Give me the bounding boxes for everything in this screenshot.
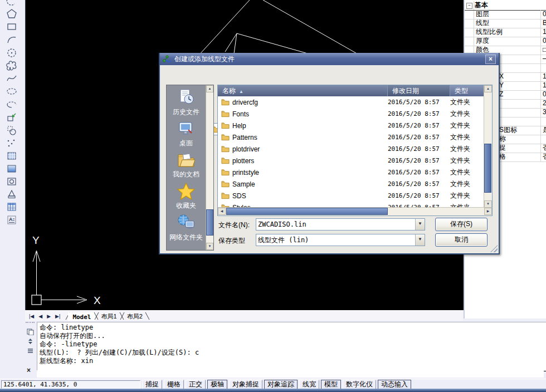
status-otrack[interactable]: 对象追踪 xyxy=(264,380,298,389)
scroll-right-icon[interactable]: ▶ xyxy=(484,208,492,215)
file-row[interactable]: printstyle2016/5/20 8:57文件夹 xyxy=(218,166,484,178)
prop-row[interactable]: 厚度0 xyxy=(465,37,546,46)
status-lineweight[interactable]: 线宽 xyxy=(299,380,319,389)
folder-icon xyxy=(221,145,230,153)
combo-dropdown-icon[interactable]: ▼ xyxy=(415,219,425,230)
filename-combo[interactable]: ZWCADISO.lin ▼ xyxy=(256,218,425,231)
column-type[interactable]: 类型 xyxy=(450,85,484,96)
gradient-icon[interactable] xyxy=(5,163,18,175)
filename-label: 文件名(N): xyxy=(218,220,250,230)
status-osnap[interactable]: 对象捕捉 xyxy=(229,380,262,389)
tab-layout1[interactable]: 布局1 xyxy=(97,311,121,321)
tab-model[interactable]: Model xyxy=(68,312,95,321)
prop-row[interactable]: 线型比例1 xyxy=(465,28,546,37)
prop-row[interactable]: 线型B xyxy=(465,19,546,28)
column-name[interactable]: 名称▲ xyxy=(218,85,388,96)
linetype-dialog-icon xyxy=(163,55,171,63)
command-history-icon[interactable] xyxy=(26,327,35,336)
folder-icon xyxy=(221,157,230,164)
save-button[interactable]: 保存(S) xyxy=(435,218,488,231)
place-my-documents[interactable]: 我的文档 xyxy=(167,151,206,179)
props-group-basic[interactable]: − 基本 xyxy=(465,1,546,11)
place-history[interactable]: 历史文件 xyxy=(167,89,206,117)
point-icon[interactable] xyxy=(5,137,18,149)
hatch-icon[interactable] xyxy=(5,150,18,162)
place-desktop[interactable]: 桌面 xyxy=(167,120,206,148)
status-digitizer[interactable]: 数字化仪 xyxy=(343,380,376,389)
status-grid[interactable]: 栅格 xyxy=(164,380,184,389)
region-icon[interactable] xyxy=(5,175,18,188)
dialog-resize-grip[interactable] xyxy=(490,245,498,252)
file-row[interactable]: plotdriver2016/5/20 8:57文件夹 xyxy=(218,143,484,155)
place-favorites[interactable]: 收藏夹 xyxy=(167,182,206,210)
table-icon[interactable] xyxy=(5,201,18,213)
command-history[interactable]: 命令: linetype 自动保存打开的图... 命令: -linetype 线… xyxy=(37,322,546,371)
status-ortho[interactable]: 正交 xyxy=(186,380,206,389)
command-window: × 命令: linetype 自动保存打开的图... 命令: -linetype… xyxy=(0,321,546,379)
combo-dropdown-icon[interactable]: ▼ xyxy=(415,234,425,246)
list-vertical-scrollbar[interactable]: ▲ ▼ xyxy=(484,85,492,208)
scroll-up-icon[interactable]: ▲ xyxy=(206,85,213,92)
status-bar: 125.6401, 41.3635, 0 捕捉 栅格 正交 极轴 对象捕捉 对象… xyxy=(0,379,546,389)
command-close-icon[interactable]: × xyxy=(27,366,31,374)
tab-nav-last[interactable]: ▶| xyxy=(53,313,62,320)
status-snap[interactable]: 捕捉 xyxy=(142,380,162,389)
polygon-icon[interactable] xyxy=(5,8,18,20)
scroll-up-icon[interactable]: ▲ xyxy=(484,85,492,92)
circle-icon[interactable] xyxy=(5,47,18,59)
filetype-combo[interactable]: 线型文件 (lin) ▼ xyxy=(256,234,425,246)
column-date[interactable]: 修改日期 xyxy=(388,85,450,96)
arc-icon[interactable] xyxy=(5,33,18,46)
tab-nav-next[interactable]: ▶ xyxy=(45,313,52,320)
status-model[interactable]: 模型 xyxy=(321,380,341,389)
file-row[interactable]: drivercfg2016/5/20 8:57文件夹 xyxy=(218,96,484,108)
cancel-button[interactable]: 取消 xyxy=(435,233,488,247)
insert-block-icon[interactable] xyxy=(5,111,18,124)
make-block-icon[interactable] xyxy=(5,124,18,136)
arc-segment-icon[interactable] xyxy=(5,0,18,7)
dialog-titlebar[interactable]: 创建或添加线型文件 × xyxy=(160,53,499,65)
cone-icon[interactable] xyxy=(5,188,18,200)
status-polar[interactable]: 极轴 xyxy=(207,380,227,389)
revision-cloud-icon[interactable] xyxy=(5,60,18,72)
places-sidebar: 历史文件 桌面 我的文档 收藏夹 网络文件夹 ▲ ▼ xyxy=(166,85,214,251)
file-list-header: 名称▲ 修改日期 类型 xyxy=(218,85,484,96)
prop-row[interactable]: 图层0 xyxy=(465,10,546,19)
command-input[interactable] xyxy=(37,370,544,378)
sidebar-scrollbar[interactable]: ▲ ▼ xyxy=(206,85,213,250)
status-dyninput[interactable]: 动态输入 xyxy=(378,380,411,389)
place-network[interactable]: 网络文件夹 xyxy=(167,214,206,242)
command-expand-icon[interactable] xyxy=(26,337,35,345)
rectangle-icon[interactable] xyxy=(5,21,18,33)
folder-icon xyxy=(221,122,230,129)
list-horizontal-scrollbar[interactable]: ◀ ▶ xyxy=(218,207,492,215)
draw-toolbar: A xyxy=(0,0,25,310)
file-row[interactable]: Sample2016/5/20 8:57文件夹 xyxy=(218,178,484,190)
tab-layout2[interactable]: 布局2 xyxy=(123,311,147,321)
scroll-left-icon[interactable]: ◀ xyxy=(218,208,226,215)
sidebar-scroll-thumb[interactable] xyxy=(206,209,213,236)
ellipse-arc-icon[interactable] xyxy=(5,99,18,111)
mtext-icon[interactable]: A xyxy=(5,214,18,226)
tab-nav: |◀ ◀ ▶ ▶| xyxy=(27,313,62,320)
file-row[interactable]: Fonts2016/5/20 8:57文件夹 xyxy=(218,108,484,120)
list-vscroll-thumb[interactable] xyxy=(484,144,491,193)
filetype-label: 保存类型 xyxy=(218,236,245,246)
scroll-down-icon[interactable]: ▼ xyxy=(206,243,213,250)
file-row[interactable]: SDS2016/5/20 8:57文件夹 xyxy=(218,190,484,202)
tab-nav-first[interactable]: |◀ xyxy=(27,313,36,320)
file-row[interactable]: plotters2016/5/20 8:57文件夹 xyxy=(218,155,484,166)
collapse-icon[interactable]: − xyxy=(466,3,472,9)
file-row[interactable]: Help2016/5/20 8:57文件夹 xyxy=(218,120,484,131)
tab-nav-prev[interactable]: ◀ xyxy=(37,313,44,320)
dialog-close-button[interactable]: × xyxy=(485,55,496,64)
folder-icon xyxy=(221,192,230,199)
command-grip[interactable] xyxy=(26,322,35,325)
ucs-origin-box xyxy=(32,295,41,305)
command-options-icon[interactable] xyxy=(26,346,35,355)
file-row[interactable]: Patterns2016/5/20 8:57文件夹 xyxy=(218,131,484,143)
list-hscroll-thumb[interactable] xyxy=(226,208,388,215)
ellipse-icon[interactable] xyxy=(5,85,18,97)
ucs-x-label: X xyxy=(94,295,101,306)
spline-icon[interactable] xyxy=(5,72,18,85)
